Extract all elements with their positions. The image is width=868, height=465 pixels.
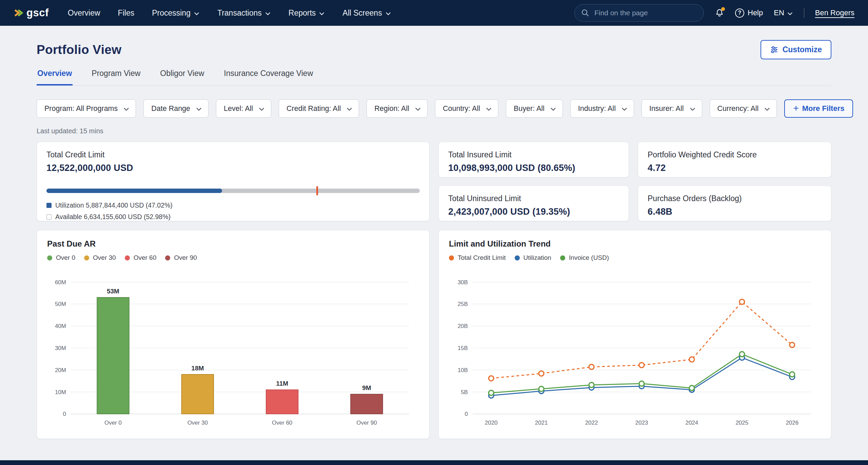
chevron-down-icon <box>319 11 325 17</box>
svg-text:60M: 60M <box>55 279 66 286</box>
notifications-button[interactable] <box>715 8 724 18</box>
nav-item-label: Overview <box>68 8 100 18</box>
chart-title: Past Due AR <box>47 239 419 249</box>
progress-fill <box>46 189 222 193</box>
filter-level-all[interactable]: Level: All <box>216 99 271 118</box>
chevron-down-icon <box>764 106 770 112</box>
tab-program-view[interactable]: Program View <box>91 69 141 85</box>
tab-overview[interactable]: Overview <box>37 69 73 85</box>
footer-bar <box>0 460 868 465</box>
svg-text:40M: 40M <box>55 323 66 329</box>
top-navbar: gscf OverviewFilesProcessingTransactions… <box>0 0 868 26</box>
legend-item-invoice-usd: Invoice (USD) <box>560 254 609 261</box>
logo-icon <box>14 7 25 19</box>
search-box <box>574 4 704 22</box>
more-filters-button[interactable]: +More Filters <box>784 99 853 118</box>
customize-button[interactable]: Customize <box>761 40 831 59</box>
nav-item-transactions[interactable]: Transactions <box>217 8 271 18</box>
nav-item-label: Processing <box>152 8 191 18</box>
svg-text:15B: 15B <box>458 345 468 351</box>
filter-label: Credit Rating: All <box>287 104 341 113</box>
filter-bar: Program: All ProgramsDate RangeLevel: Al… <box>37 99 831 118</box>
card-value: 12,522,000,000 USD <box>46 163 420 173</box>
notification-dot <box>721 7 725 11</box>
svg-text:10B: 10B <box>458 367 468 373</box>
last-updated-text: Last updated: 15 mins <box>37 127 831 135</box>
charts-row: Past Due AR Over 0Over 30Over 60Over 90 … <box>37 230 831 439</box>
svg-text:Over 30: Over 30 <box>188 420 208 426</box>
card-value: 6.48B <box>648 207 822 217</box>
nav-item-label: All Screens <box>342 8 382 18</box>
language-label: EN <box>774 8 784 17</box>
svg-text:53M: 53M <box>107 288 119 295</box>
nav-item-reports[interactable]: Reports <box>289 8 325 18</box>
filter-label: Insurer: All <box>649 104 684 113</box>
more-filters-label: More Filters <box>802 104 845 113</box>
svg-text:11M: 11M <box>276 380 288 387</box>
navbar-left: gscf OverviewFilesProcessingTransactions… <box>14 7 391 19</box>
help-label: Help <box>748 8 763 17</box>
nav-item-files[interactable]: Files <box>118 8 135 18</box>
filter-country-all[interactable]: Country: All <box>435 99 498 118</box>
filter-date-range[interactable]: Date Range <box>143 99 209 118</box>
legend-swatch <box>84 255 89 260</box>
tab-insurance-coverage-view[interactable]: Insurance Coverage View <box>223 69 314 85</box>
legend-swatch <box>46 214 52 219</box>
filter-label: Industry: All <box>578 104 616 113</box>
filter-buyer-all[interactable]: Buyer: All <box>506 99 563 118</box>
limit-utilization-trend-chart: 05B10B15B20B25B30B2020202120222023202420… <box>449 266 821 432</box>
svg-text:50M: 50M <box>55 301 66 307</box>
svg-text:0: 0 <box>465 411 468 417</box>
kpi-grid: Total Credit Limit 12,522,000,000 USD Ut… <box>37 142 831 221</box>
app-root: gscf OverviewFilesProcessingTransactions… <box>0 0 868 465</box>
chart-title: Limit and Utilization Trend <box>449 239 821 249</box>
card-title: Total Uninsured Limit <box>448 194 619 203</box>
navbar-right: ? Help EN Ben Rogers <box>574 4 854 22</box>
search-input[interactable] <box>574 4 704 22</box>
help-icon: ? <box>735 8 744 18</box>
nav-item-processing[interactable]: Processing <box>152 8 200 18</box>
nav-item-label: Reports <box>289 8 316 18</box>
chevron-down-icon <box>621 106 628 112</box>
card-title: Purchase Orders (Backlog) <box>648 194 822 203</box>
total-insured-card: Total Insured Limit 10,098,993,000 USD (… <box>438 142 629 177</box>
svg-text:Over 60: Over 60 <box>272 420 292 426</box>
legend-label: Over 60 <box>134 254 157 261</box>
past-due-ar-legend: Over 0Over 30Over 60Over 90 <box>47 254 419 261</box>
chevron-down-icon <box>550 106 556 112</box>
card-value: 4.72 <box>648 163 822 173</box>
help-button[interactable]: ? Help <box>735 8 763 18</box>
utilization-progress-bar <box>46 186 420 195</box>
svg-text:30M: 30M <box>55 345 66 351</box>
chevron-down-icon <box>196 106 202 112</box>
svg-text:25B: 25B <box>458 301 468 307</box>
legend-item-over-90: Over 90 <box>165 254 197 261</box>
user-menu[interactable]: Ben Rogers <box>815 8 854 17</box>
svg-text:2025: 2025 <box>735 420 748 426</box>
filter-program-all-programs[interactable]: Program: All Programs <box>37 99 136 118</box>
legend-label: Invoice (USD) <box>569 254 609 261</box>
svg-text:20M: 20M <box>55 367 66 373</box>
credit-score-card: Portfolio Weighted Credit Score 4.72 <box>638 142 831 177</box>
tab-obligor-view[interactable]: Obligor View <box>159 69 205 85</box>
filter-currency-all[interactable]: Currency: All <box>710 99 777 118</box>
svg-text:10M: 10M <box>55 389 66 395</box>
legend-label: Available 6,634,155,600 USD (52.98%) <box>55 213 171 221</box>
filter-region-all[interactable]: Region: All <box>367 99 428 118</box>
filter-label: Date Range <box>151 104 190 113</box>
svg-text:2020: 2020 <box>485 420 498 426</box>
filter-industry-all[interactable]: Industry: All <box>570 99 634 118</box>
legend-label: Over 0 <box>56 254 75 261</box>
past-due-ar-chart: 010M20M30M40M50M60M53MOver 018MOver 3011… <box>47 266 419 432</box>
filter-insurer-all[interactable]: Insurer: All <box>642 99 702 118</box>
legend-swatch <box>46 203 52 208</box>
nav-item-overview[interactable]: Overview <box>68 8 100 18</box>
chevron-down-icon <box>194 11 200 17</box>
nav-item-all-screens[interactable]: All Screens <box>342 8 391 18</box>
svg-text:30B: 30B <box>458 279 468 286</box>
filter-credit-rating-all[interactable]: Credit Rating: All <box>279 99 359 118</box>
logo[interactable]: gscf <box>14 7 49 19</box>
language-selector[interactable]: EN <box>774 8 793 17</box>
filter-label: Program: All Programs <box>44 104 118 113</box>
chevron-down-icon <box>415 106 421 112</box>
